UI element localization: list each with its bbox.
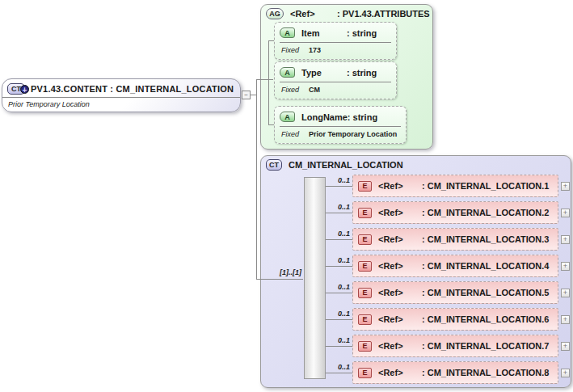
element-row-8: 0..1 E <Ref> : CM_INTERNAL_LOCATION.8 + [326, 361, 570, 385]
expand-button[interactable]: + [561, 209, 570, 217]
circle-plus-icon: + [20, 85, 29, 94]
expand-button[interactable]: + [561, 315, 570, 324]
sequence-compositor-bar[interactable] [304, 177, 326, 379]
attribute-icon: A [280, 112, 295, 122]
fixed-label: Fixed [281, 130, 309, 138]
connector-line [326, 319, 352, 320]
expand-button[interactable]: + [561, 182, 570, 191]
element-node[interactable]: E <Ref> : CM_INTERNAL_LOCATION.3 [352, 228, 558, 251]
element-row-6: 0..1 E <Ref> : CM_INTERNAL_LOCATION.6 + [326, 308, 570, 331]
plus-icon: + [563, 343, 567, 350]
element-node[interactable]: E <Ref> : CM_INTERNAL_LOCATION.7 [352, 335, 558, 357]
connector-line [326, 213, 352, 213]
connector-line [326, 373, 352, 373]
element-cardinality: 0..1 [326, 363, 350, 371]
plus-icon: + [563, 183, 567, 190]
fixed-value: Prior Temporary Location [309, 130, 397, 138]
element-type: : CM_INTERNAL_LOCATION.3 [422, 234, 549, 244]
element-cardinality: 0..1 [326, 336, 350, 344]
connector-line [326, 266, 352, 267]
complex-type-group-header: CT CM_INTERNAL_LOCATION [261, 156, 571, 171]
connector-line [256, 279, 303, 280]
plus-icon: + [563, 263, 567, 270]
element-icon: E [358, 288, 372, 298]
element-icon: E [358, 234, 372, 245]
attribute-group-ref: <Ref> [290, 9, 337, 19]
connector-line [326, 239, 352, 240]
element-cardinality: 0..1 [326, 230, 350, 238]
element-row-5: 0..1 E <Ref> : CM_INTERNAL_LOCATION.5 + [326, 281, 570, 305]
element-ref: <Ref> [378, 314, 422, 324]
element-type: : CM_INTERNAL_LOCATION.1 [422, 181, 549, 191]
expand-button[interactable]: + [561, 289, 570, 297]
attribute-group-type: : PV1.43.ATTRIBUTES [337, 9, 430, 19]
fixed-value: CM [309, 86, 320, 94]
content-node-title: PV1.43.CONTENT : CM_INTERNAL_LOCATION [31, 84, 234, 94]
collapse-handle[interactable]: − [242, 91, 251, 99]
attribute-group-header: AG <Ref> : PV1.43.ATTRIBUTES [261, 5, 432, 19]
element-ref: <Ref> [378, 234, 422, 244]
expand-button[interactable]: + [561, 235, 570, 244]
element-row-2: 0..1 E <Ref> : CM_INTERNAL_LOCATION.2 + [326, 201, 570, 225]
element-ref: <Ref> [378, 368, 422, 377]
element-node[interactable]: E <Ref> : CM_INTERNAL_LOCATION.2 [352, 201, 558, 224]
connector-line [326, 186, 352, 187]
sequence-cardinality: [1]..[1] [272, 268, 301, 276]
attribute-type-attr[interactable]: A Type : string Fixed CM [274, 61, 397, 99]
element-icon: E [358, 368, 372, 378]
connector-line [326, 346, 352, 347]
element-icon: E [358, 208, 372, 218]
element-row-7: 0..1 E <Ref> : CM_INTERNAL_LOCATION.7 + [326, 335, 570, 358]
complex-type-group-node[interactable]: CT CM_INTERNAL_LOCATION [1]..[1] 0..1 E … [260, 155, 571, 388]
expand-button[interactable]: + [561, 342, 570, 351]
attribute-bracket-line [268, 40, 269, 125]
schema-diagram: CT + PV1.43.CONTENT : CM_INTERNAL_LOCATI… [0, 0, 573, 392]
content-node-header: CT + PV1.43.CONTENT : CM_INTERNAL_LOCATI… [2, 79, 240, 98]
connector-line [326, 293, 352, 293]
element-node[interactable]: E <Ref> : CM_INTERNAL_LOCATION.1 [352, 175, 558, 197]
element-type: : CM_INTERNAL_LOCATION.5 [422, 288, 549, 297]
element-node[interactable]: E <Ref> : CM_INTERNAL_LOCATION.8 [352, 361, 558, 384]
element-node[interactable]: E <Ref> : CM_INTERNAL_LOCATION.5 [352, 281, 558, 304]
content-type-node[interactable]: CT + PV1.43.CONTENT : CM_INTERNAL_LOCATI… [2, 78, 241, 112]
element-ref: <Ref> [378, 181, 422, 191]
attribute-item[interactable]: A Item : string Fixed 173 [274, 22, 397, 60]
element-type: : CM_INTERNAL_LOCATION.6 [422, 314, 549, 324]
attribute-group-node[interactable]: AG <Ref> : PV1.43.ATTRIBUTES A Item : st… [260, 4, 433, 150]
element-cardinality: 0..1 [326, 256, 350, 264]
connector-trunk-line [256, 79, 257, 280]
element-cardinality: 0..1 [326, 176, 350, 184]
attribute-name: LongName [301, 112, 348, 122]
attribute-fixed-row: Fixed 173 [275, 43, 396, 54]
element-ref: <Ref> [378, 288, 422, 297]
attribute-type: : string [348, 112, 377, 122]
attribute-type: : string [347, 68, 377, 78]
element-icon: E [358, 341, 372, 352]
element-type: : CM_INTERNAL_LOCATION.8 [422, 368, 549, 377]
element-row-1: 0..1 E <Ref> : CM_INTERNAL_LOCATION.1 + [326, 175, 570, 198]
complex-type-group-title: CM_INTERNAL_LOCATION [289, 160, 403, 170]
element-type: : CM_INTERNAL_LOCATION.4 [422, 261, 549, 271]
element-icon: E [358, 314, 372, 325]
expand-button[interactable]: + [561, 262, 570, 271]
plus-icon: + [563, 369, 567, 377]
collapse-icon: − [244, 92, 248, 99]
element-node[interactable]: E <Ref> : CM_INTERNAL_LOCATION.6 [352, 308, 558, 331]
attribute-fixed-row: Fixed Prior Temporary Location [275, 127, 406, 138]
fixed-value: 173 [309, 46, 321, 54]
plus-icon: + [563, 209, 567, 217]
element-node[interactable]: E <Ref> : CM_INTERNAL_LOCATION.4 [352, 255, 558, 277]
element-cardinality: 0..1 [326, 283, 350, 291]
element-cardinality: 0..1 [326, 203, 350, 211]
element-type: : CM_INTERNAL_LOCATION.7 [422, 341, 549, 351]
expand-button[interactable]: + [561, 369, 570, 377]
attribute-type: : string [347, 28, 377, 38]
fixed-label: Fixed [281, 46, 309, 54]
element-icon: E [358, 181, 372, 192]
attribute-name-row: A Item : string [275, 23, 396, 41]
element-cardinality: 0..1 [326, 310, 350, 318]
element-ref: <Ref> [378, 261, 422, 271]
element-type: : CM_INTERNAL_LOCATION.2 [422, 208, 549, 217]
plus-icon: + [563, 289, 567, 297]
attribute-longname[interactable]: A LongName : string Fixed Prior Temporar… [274, 106, 407, 144]
